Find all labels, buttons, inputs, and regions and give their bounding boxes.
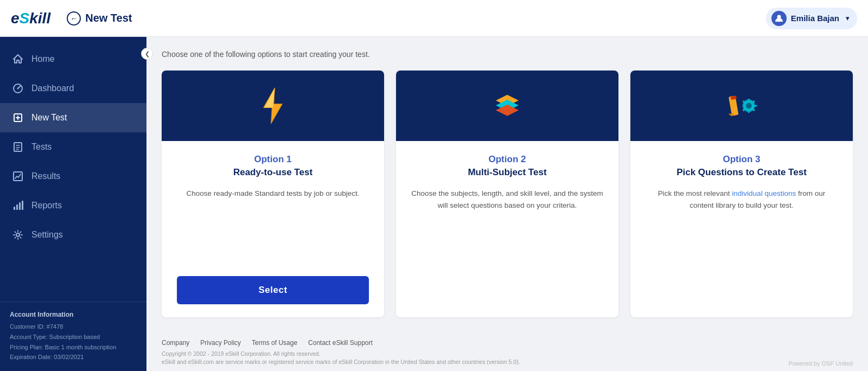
option3-description: Pick the most relevant individual questi… <box>646 188 838 304</box>
svg-rect-4 <box>14 143 22 151</box>
svg-rect-21 <box>748 99 750 102</box>
page-title-area: New Test <box>67 11 132 25</box>
content-subtitle: Choose one of the following options to s… <box>162 50 853 59</box>
account-title: Account Information <box>10 311 137 318</box>
card-body-3: Option 3 Pick Questions to Create Test P… <box>630 141 853 317</box>
pencil-gear-icon <box>723 89 761 122</box>
option1-title: Ready-to-use Test <box>177 167 369 178</box>
expiration-date: Expiration Date: 03/02/2021 <box>10 352 137 362</box>
chevron-down-icon: ▾ <box>846 14 850 22</box>
svg-rect-9 <box>22 201 23 210</box>
card-icon-area-3 <box>630 71 853 141</box>
account-info: Account Information Customer ID: #7478 A… <box>0 302 146 371</box>
content-area: Choose one of the following options to s… <box>146 37 868 330</box>
customer-id: Customer ID: #7478 <box>10 322 137 332</box>
reports-label: Reports <box>31 201 62 210</box>
copyright-line2: eSkill and eSkill.com are service marks … <box>162 358 520 367</box>
layers-icon <box>491 89 524 122</box>
footer-copyright: Copyright © 2002 - 2019 eSkill Corporati… <box>162 350 520 367</box>
sidebar-item-home[interactable]: Home <box>0 44 146 74</box>
account-details: Customer ID: #7478 Account Type: Subscri… <box>10 322 137 362</box>
copyright-line1: Copyright © 2002 - 2019 eSkill Corporati… <box>162 350 520 359</box>
footer: Company Privacy Policy Terms of Usage Co… <box>146 330 868 372</box>
header-right: Emilia Bajan ▾ <box>766 8 857 29</box>
account-type: Account Type: Subscription based <box>10 332 137 342</box>
option2-description: Choose the subjects, length, and skill l… <box>411 188 603 304</box>
footer-link-terms[interactable]: Terms of Usage <box>252 339 297 347</box>
svg-point-2 <box>17 88 19 89</box>
settings-label: Settings <box>31 230 63 240</box>
option-card-3: Option 3 Pick Questions to Create Test P… <box>630 71 853 317</box>
user-dropdown[interactable]: Emilia Bajan ▾ <box>766 8 857 29</box>
option-card-2: Option 2 Multi-Subject Test Choose the s… <box>396 71 618 317</box>
svg-rect-7 <box>16 204 18 210</box>
card-body-1: Option 1 Ready-to-use Test Choose ready-… <box>162 141 384 317</box>
main-layout: ❮ Home Dash <box>0 37 868 371</box>
home-label: Home <box>31 54 55 64</box>
option2-label: Option 2 <box>411 154 603 165</box>
card-icon-area-1 <box>162 71 384 141</box>
results-icon <box>12 170 24 182</box>
option3-title: Pick Questions to Create Test <box>646 167 838 178</box>
card-body-2: Option 2 Multi-Subject Test Choose the s… <box>396 141 618 317</box>
pricing-plan: Pricing Plan: Basic 1 month subscription <box>10 342 137 353</box>
svg-rect-22 <box>748 110 750 113</box>
svg-rect-8 <box>19 202 21 210</box>
tests-icon <box>12 141 24 153</box>
sidebar-item-tests[interactable]: Tests <box>0 132 146 162</box>
svg-rect-23 <box>754 105 757 106</box>
sidebar-item-new-test[interactable]: New Test <box>0 103 146 132</box>
new-test-label: New Test <box>31 113 67 123</box>
footer-links: Company Privacy Policy Terms of Usage Co… <box>162 339 853 347</box>
powered-by: Powered by OSF United <box>788 360 853 367</box>
nav-items: Home Dashboard <box>0 37 146 302</box>
footer-link-privacy[interactable]: Privacy Policy <box>200 339 241 347</box>
tests-label: Tests <box>31 142 52 152</box>
results-label: Results <box>31 171 60 181</box>
sidebar-toggle[interactable]: ❮ <box>141 48 153 60</box>
page-title: New Test <box>85 12 132 24</box>
svg-rect-24 <box>743 105 746 106</box>
header: eSkill New Test Emilia Bajan ▾ <box>0 0 868 37</box>
option2-title: Multi-Subject Test <box>411 167 603 178</box>
option-card-1: Option 1 Ready-to-use Test Choose ready-… <box>162 71 384 317</box>
svg-rect-5 <box>14 172 22 181</box>
back-button[interactable] <box>67 11 81 25</box>
logo: eSkill <box>11 10 50 27</box>
sidebar: ❮ Home Dash <box>0 37 146 371</box>
option3-label: Option 3 <box>646 154 838 165</box>
option1-select-button[interactable]: Select <box>177 276 369 304</box>
cards-row: Option 1 Ready-to-use Test Choose ready-… <box>162 71 853 317</box>
dashboard-icon <box>12 82 24 94</box>
svg-point-20 <box>746 103 752 109</box>
reports-icon <box>12 200 24 212</box>
footer-link-contact[interactable]: Contact eSkill Support <box>308 339 373 347</box>
svg-rect-6 <box>14 207 15 210</box>
new-test-icon <box>12 112 24 124</box>
home-icon <box>12 53 24 65</box>
svg-point-10 <box>16 233 20 236</box>
option1-label: Option 1 <box>177 154 369 165</box>
user-name: Emilia Bajan <box>791 14 839 23</box>
dashboard-label: Dashboard <box>31 84 74 93</box>
sidebar-item-reports[interactable]: Reports <box>0 191 146 220</box>
lightning-icon <box>257 87 289 125</box>
user-avatar-icon <box>771 11 787 26</box>
footer-bottom: Copyright © 2002 - 2019 eSkill Corporati… <box>162 350 853 367</box>
sidebar-item-results[interactable]: Results <box>0 162 146 191</box>
settings-icon <box>12 229 24 241</box>
sidebar-item-dashboard[interactable]: Dashboard <box>0 74 146 103</box>
sidebar-item-settings[interactable]: Settings <box>0 220 146 250</box>
footer-link-company[interactable]: Company <box>162 339 189 347</box>
option1-description: Choose ready-made Standard tests by job … <box>177 188 369 261</box>
card-icon-area-2 <box>396 71 618 141</box>
